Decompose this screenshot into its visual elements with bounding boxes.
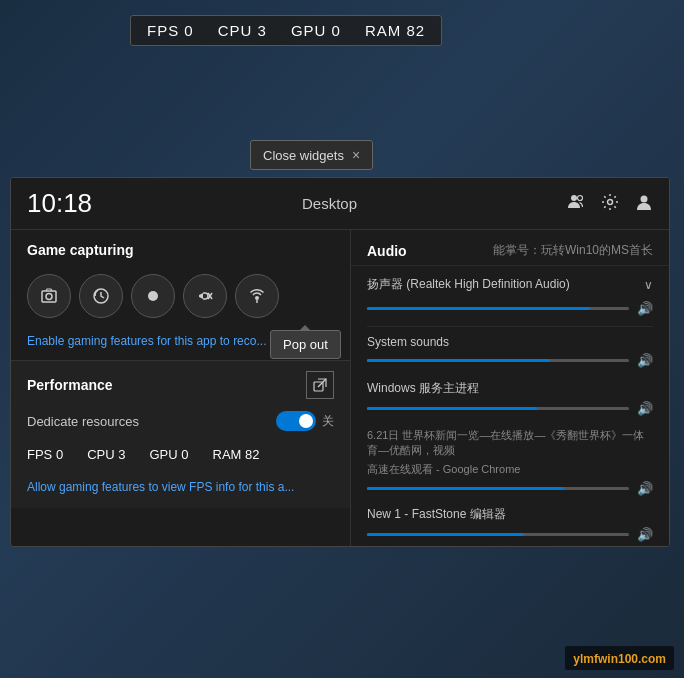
perf-ram: RAM 82 <box>213 447 260 462</box>
performance-stats-row: FPS 0 CPU 3 GPU 0 RAM 82 <box>11 441 350 472</box>
dedicate-label: Dedicate resources <box>27 414 139 429</box>
perf-gpu: GPU 0 <box>149 447 188 462</box>
item1-label: 6.21日 世界杯新闻一览—在线播放—《秀翻世界杯》一体育—优酷网，视频 <box>367 428 653 458</box>
system-sounds-row: System sounds 🔊 <box>351 327 669 372</box>
system-sounds-label: System sounds <box>367 335 653 349</box>
main-volume-fill <box>367 307 590 310</box>
windows-service-label: Windows 服务主进程 <box>367 380 653 397</box>
gamebar-panel: 10:18 Desktop <box>10 177 670 547</box>
perf-cpu: CPU 3 <box>87 447 125 462</box>
item2-volume-row: 🔊 <box>367 527 653 542</box>
left-panel: Game capturing <box>11 230 351 546</box>
watermark-text: ylmfwin100.com <box>573 652 666 666</box>
performance-title: Performance <box>27 377 113 393</box>
record-button[interactable] <box>131 274 175 318</box>
svg-point-7 <box>148 291 158 301</box>
item1-volume-row: 🔊 <box>367 481 653 496</box>
main-volume-row: 🔊 <box>351 297 669 326</box>
main-volume-icon: 🔊 <box>637 301 653 316</box>
audio-device-row: 扬声器 (Realtek High Definition Audio) ∨ <box>351 266 669 297</box>
perf-fps: FPS 0 <box>27 447 63 462</box>
audio-header: Audio 能掌号：玩转Win10的MS首长 <box>351 230 669 266</box>
fps-stat: FPS 0 <box>147 22 194 39</box>
settings-icon[interactable] <box>601 193 619 215</box>
rewind-button[interactable] <box>79 274 123 318</box>
performance-header: Performance <box>11 361 350 407</box>
item2-label: New 1 - FastStone 编辑器 <box>367 506 653 523</box>
item1-sublabel: 高速在线观看 - Google Chrome <box>367 462 653 477</box>
close-icon[interactable]: × <box>352 147 360 163</box>
performance-popout-button[interactable] <box>306 371 334 399</box>
mute-button[interactable] <box>183 274 227 318</box>
ram-stat: RAM 82 <box>365 22 425 39</box>
close-widgets-button[interactable]: Close widgets × <box>250 140 373 170</box>
system-sounds-volume-row: 🔊 <box>367 353 653 368</box>
item2-fill <box>367 533 524 536</box>
popout-tooltip: Pop out <box>270 330 341 359</box>
svg-point-1 <box>577 195 582 200</box>
svg-point-0 <box>571 195 577 201</box>
people-icon[interactable] <box>567 193 585 215</box>
svg-point-3 <box>640 195 647 202</box>
item2-icon: 🔊 <box>637 527 653 542</box>
screenshot-button[interactable] <box>27 274 71 318</box>
system-sounds-fill <box>367 359 550 362</box>
main-volume-slider[interactable] <box>367 307 629 310</box>
broadcast-button[interactable] <box>235 274 279 318</box>
toggle-state-label: 关 <box>322 413 334 430</box>
item1-row: 6.21日 世界杯新闻一览—在线播放—《秀翻世界杯》一体育—优酷网，视频 高速在… <box>351 420 669 500</box>
svg-line-13 <box>318 379 326 387</box>
cpu-stat: CPU 3 <box>218 22 267 39</box>
windows-service-volume-row: 🔊 <box>367 401 653 416</box>
user-icon[interactable] <box>635 193 653 215</box>
toggle-container: 关 <box>276 411 334 431</box>
stats-bar: FPS 0 CPU 3 GPU 0 RAM 82 <box>130 15 442 46</box>
system-sounds-slider[interactable] <box>367 359 629 362</box>
system-sounds-icon: 🔊 <box>637 353 653 368</box>
gamebar-body: Game capturing <box>11 230 669 546</box>
svg-point-10 <box>255 296 259 300</box>
allow-fps-link[interactable]: Allow gaming features to view FPS info f… <box>11 472 350 508</box>
item2-row: New 1 - FastStone 编辑器 🔊 <box>351 500 669 546</box>
audio-device-name: 扬声器 (Realtek High Definition Audio) <box>367 276 644 293</box>
windows-service-fill <box>367 407 537 410</box>
desktop-label: Desktop <box>302 195 357 212</box>
svg-point-2 <box>607 199 612 204</box>
gpu-stat: GPU 0 <box>291 22 341 39</box>
clock-display: 10:18 <box>27 188 92 219</box>
svg-rect-4 <box>42 291 56 302</box>
dedicate-resources-row: Dedicate resources 关 <box>11 407 350 441</box>
capture-buttons <box>11 266 350 330</box>
performance-section: Performance Dedicate resources 关 <box>11 360 350 508</box>
dedicate-toggle[interactable] <box>276 411 316 431</box>
windows-service-row: Windows 服务主进程 🔊 <box>351 372 669 420</box>
svg-point-5 <box>46 294 52 300</box>
windows-service-icon: 🔊 <box>637 401 653 416</box>
close-widgets-label: Close widgets <box>263 148 344 163</box>
watermark: ylmfwin100.com <box>565 646 674 670</box>
item2-slider[interactable] <box>367 533 629 536</box>
game-capturing-title: Game capturing <box>11 230 350 266</box>
windows-service-slider[interactable] <box>367 407 629 410</box>
audio-subtitle: 能掌号：玩转Win10的MS首长 <box>493 242 653 259</box>
right-panel: Audio 能掌号：玩转Win10的MS首长 扬声器 (Realtek High… <box>351 230 669 546</box>
item1-slider[interactable] <box>367 487 629 490</box>
audio-title: Audio <box>367 243 407 259</box>
gamebar-header: 10:18 Desktop <box>11 178 669 230</box>
item1-fill <box>367 487 564 490</box>
item1-icon: 🔊 <box>637 481 653 496</box>
header-icons <box>567 193 653 215</box>
audio-dropdown-icon[interactable]: ∨ <box>644 278 653 292</box>
